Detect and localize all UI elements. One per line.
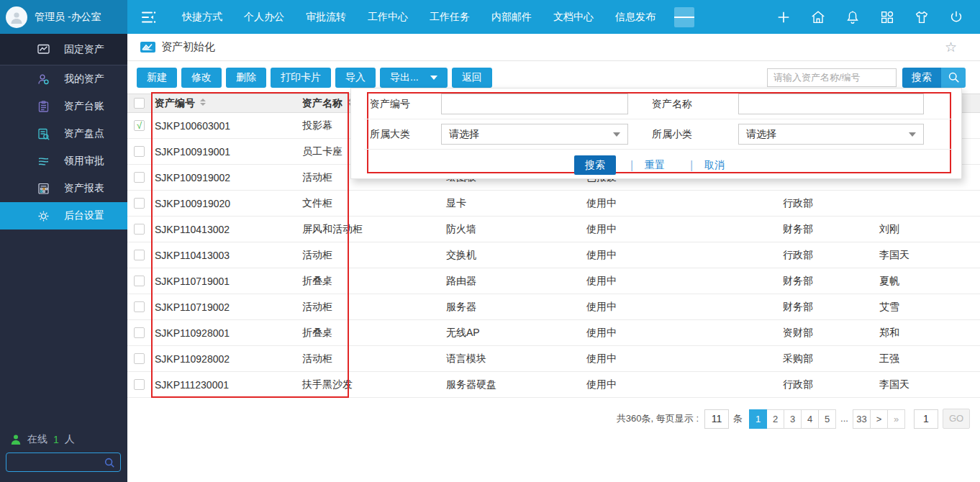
nav-item-工作任务[interactable]: 工作任务 bbox=[430, 11, 470, 24]
online-unit: 人 bbox=[65, 433, 75, 446]
cell-col6: 艾雪 bbox=[876, 301, 980, 314]
chevron-down-icon bbox=[613, 132, 620, 137]
row-checkbox[interactable] bbox=[134, 146, 145, 157]
sort-icon[interactable] bbox=[200, 99, 206, 106]
row-checkbox[interactable] bbox=[134, 224, 145, 235]
filter-name-input[interactable] bbox=[738, 94, 924, 114]
row-checkbox[interactable]: √ bbox=[134, 120, 145, 131]
table-row: SJKP111230001扶手黑沙发服务器硬盘使用中行政部李国天 bbox=[127, 372, 980, 398]
divider: | bbox=[630, 155, 633, 175]
filter-cancel-button[interactable]: 取消 bbox=[704, 155, 725, 175]
page-title-icon bbox=[140, 42, 155, 53]
row-checkbox[interactable] bbox=[134, 327, 145, 338]
bell-icon[interactable] bbox=[845, 9, 861, 25]
delete-button[interactable]: 删除 bbox=[226, 68, 266, 88]
cell-col4: 使用中 bbox=[583, 223, 779, 236]
cell-code: SJKP110413002 bbox=[151, 224, 299, 235]
goto-page-input[interactable] bbox=[914, 409, 938, 429]
page-size-input[interactable] bbox=[704, 409, 729, 429]
plus-icon[interactable] bbox=[776, 9, 791, 25]
export-button[interactable]: 导出... bbox=[380, 68, 448, 88]
nav-item-信息发布[interactable]: 信息发布 bbox=[615, 11, 655, 24]
pagination-total: 共360条, 每页显示 : bbox=[617, 412, 699, 425]
sidebar-search-input[interactable] bbox=[6, 457, 104, 468]
nav-item-审批流转[interactable]: 审批流转 bbox=[306, 11, 346, 24]
page-button-1[interactable]: 1 bbox=[749, 409, 767, 429]
row-checkbox[interactable] bbox=[134, 276, 145, 286]
row-checkbox[interactable] bbox=[134, 353, 145, 364]
user-area[interactable]: 管理员 -办公室 bbox=[0, 0, 127, 34]
page-size-unit: 条 bbox=[733, 412, 743, 425]
sidebar-item-asset-ledger[interactable]: 资产台账 bbox=[0, 93, 127, 120]
cell-code: SJKP110928001 bbox=[151, 327, 299, 339]
back-button[interactable]: 返回 bbox=[452, 68, 492, 88]
filter-popup: 资产编号 资产名称 所属大类 请选择 所属小类 请选择 搜索 | 重置 | 取消 bbox=[350, 88, 962, 179]
page-button-5[interactable]: 5 bbox=[818, 409, 836, 429]
cell-code: SJKP110719002 bbox=[151, 301, 299, 313]
cell-code: SJKP110928002 bbox=[151, 353, 299, 365]
nav-item-文档中心[interactable]: 文档中心 bbox=[553, 11, 594, 24]
header-name-label: 资产名称 bbox=[302, 97, 342, 109]
filter-subcategory-select[interactable]: 请选择 bbox=[738, 124, 924, 145]
header-code[interactable]: 资产编号 bbox=[151, 97, 299, 110]
sidebar-search-icon[interactable] bbox=[104, 457, 115, 468]
sidebar-item-approval[interactable]: 领用审批 bbox=[0, 147, 127, 175]
filter-reset-button[interactable]: 重置 bbox=[645, 155, 665, 175]
import-button[interactable]: 导入 bbox=[335, 68, 376, 88]
row-checkbox[interactable] bbox=[134, 301, 145, 312]
avatar[interactable] bbox=[6, 6, 27, 28]
cell-name: 活动柜 bbox=[299, 249, 443, 262]
quick-search-input[interactable] bbox=[767, 68, 897, 87]
nav-item-快捷方式[interactable]: 快捷方式 bbox=[182, 11, 222, 24]
cell-col4: 使用中 bbox=[583, 301, 779, 314]
row-checkbox-cell bbox=[127, 172, 151, 183]
row-checkbox-cell bbox=[127, 250, 151, 260]
go-button[interactable]: GO bbox=[943, 409, 970, 429]
select-all-checkbox[interactable] bbox=[134, 98, 145, 109]
sidebar-item-fixed-assets[interactable]: 固定资产 bbox=[0, 34, 127, 65]
cell-col5: 财务部 bbox=[779, 223, 876, 236]
page-button-3[interactable]: 3 bbox=[784, 409, 802, 429]
page-button-2[interactable]: 2 bbox=[766, 409, 784, 429]
cell-col5: 行政部 bbox=[779, 197, 876, 210]
favorite-star-icon[interactable]: ☆ bbox=[945, 40, 957, 54]
row-checkbox-cell bbox=[127, 198, 151, 209]
page-button-»[interactable]: » bbox=[887, 409, 905, 429]
row-checkbox[interactable] bbox=[134, 250, 145, 260]
page-button->[interactable]: > bbox=[870, 409, 888, 429]
sidebar-item-asset-inventory[interactable]: 资产盘点 bbox=[0, 120, 127, 147]
menu-fold-icon[interactable] bbox=[140, 9, 158, 25]
page-button-4[interactable]: 4 bbox=[801, 409, 819, 429]
home-icon[interactable] bbox=[810, 9, 826, 25]
row-checkbox[interactable] bbox=[134, 198, 145, 209]
sidebar-item-my-assets[interactable]: 我的资产 bbox=[0, 65, 127, 93]
filter-code-input[interactable] bbox=[441, 94, 628, 114]
hamburger-button[interactable] bbox=[674, 7, 694, 27]
cell-col5: 财务部 bbox=[779, 275, 876, 288]
table-row: SJKP110413002屏风和活动柜防火墙使用中财务部刘刚 bbox=[127, 217, 980, 242]
print-card-button[interactable]: 打印卡片 bbox=[271, 68, 331, 88]
sidebar-search bbox=[6, 453, 121, 472]
row-checkbox[interactable] bbox=[134, 379, 145, 390]
row-checkbox[interactable] bbox=[134, 172, 145, 183]
cell-code: SJKP110413003 bbox=[151, 250, 299, 261]
table-row: SJKP110413003活动柜交换机使用中行政部李国天 bbox=[127, 242, 980, 268]
nav-item-内部邮件[interactable]: 内部邮件 bbox=[491, 11, 532, 24]
page-button-33[interactable]: 33 bbox=[853, 409, 871, 429]
cell-col4: 使用中 bbox=[583, 327, 779, 340]
filter-category-select[interactable]: 请选择 bbox=[441, 124, 628, 145]
sidebar-item-asset-report[interactable]: 资产报表 bbox=[0, 175, 127, 202]
edit-button[interactable]: 修改 bbox=[181, 68, 222, 88]
apps-icon[interactable] bbox=[879, 9, 895, 25]
quick-search: 搜索 bbox=[767, 68, 966, 88]
new-button[interactable]: 新建 bbox=[137, 68, 177, 88]
quick-search-button[interactable]: 搜索 bbox=[902, 68, 966, 88]
sidebar-item-settings[interactable]: 后台设置 bbox=[0, 202, 127, 229]
nav-item-个人办公[interactable]: 个人办公 bbox=[244, 11, 284, 24]
theme-icon[interactable] bbox=[914, 9, 930, 25]
cell-col4: 使用中 bbox=[583, 275, 779, 288]
nav-item-工作中心[interactable]: 工作中心 bbox=[368, 11, 408, 24]
filter-search-button[interactable]: 搜索 bbox=[574, 155, 616, 175]
power-icon[interactable] bbox=[948, 9, 964, 25]
cell-name: 活动柜 bbox=[299, 353, 443, 365]
